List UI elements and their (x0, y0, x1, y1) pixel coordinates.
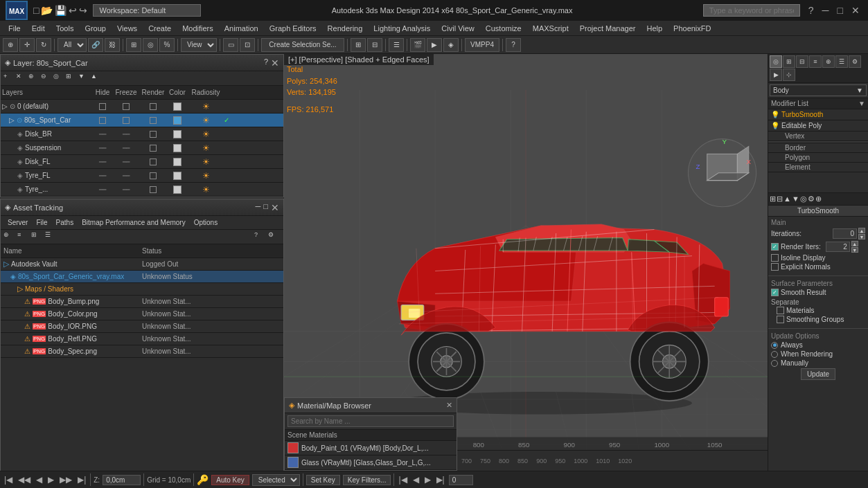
asset-row-maps[interactable]: ▷ Maps / Shaders (1, 283, 283, 296)
color-swatch-4[interactable] (173, 158, 181, 166)
mod-sub-element[interactable]: Element (768, 163, 868, 172)
pb-prev[interactable]: ◀ (411, 475, 420, 485)
iterations-input[interactable] (833, 228, 857, 239)
angle-snap[interactable]: ◎ (143, 38, 158, 52)
play-end[interactable]: ▶| (76, 475, 87, 485)
menu-file[interactable]: File (3, 23, 26, 34)
menu-rendering[interactable]: Rendering (322, 23, 369, 34)
layers-set-current[interactable]: ⊞ (66, 73, 77, 84)
layer-row-diskfl[interactable]: ◈ Disk_FL ━━ ━━ ☀ (1, 155, 283, 169)
mod-icon-6[interactable]: ⚙ (808, 195, 815, 204)
layer-radiosity-6[interactable]: ☀ (188, 185, 224, 195)
layer-freeze-6[interactable]: ━━ (113, 186, 139, 193)
asset-menu-paths[interactable]: Paths (52, 218, 78, 227)
mod-tool-9[interactable]: ⊹ (783, 69, 795, 81)
layers-panel-header[interactable]: ◈ Layer: 80s_Sport_Car ? ✕ (1, 55, 283, 71)
render-iters-input[interactable] (826, 242, 850, 252)
layer-render-3[interactable] (139, 145, 167, 152)
asset-tool-2[interactable]: ≡ (17, 231, 30, 242)
layer-freeze-4[interactable]: ━━ (113, 159, 139, 165)
menu-civil[interactable]: Civil View (436, 23, 479, 34)
layers-expand[interactable]: ▼ (78, 73, 89, 84)
material-search-input[interactable] (287, 415, 454, 427)
menu-create[interactable]: Create (143, 23, 177, 34)
pb-next[interactable]: ▶| (435, 475, 446, 485)
redo-icon[interactable]: ↪ (79, 5, 87, 16)
render-setup[interactable]: 🎬 (410, 38, 425, 52)
asset-row-body-bump[interactable]: ⚠ PNG Body_Bump.png Unknown Stat... (1, 296, 283, 308)
layer-freeze-5[interactable]: ━━ (113, 172, 139, 179)
layer-color-5[interactable] (167, 172, 188, 180)
mod-icon-7[interactable]: ⊕ (815, 195, 822, 204)
material-item-body-paint[interactable]: Body_Paint_01 (VRayMtl) [Body,Dor_L,... (285, 441, 457, 455)
hide-check-1[interactable] (99, 117, 106, 124)
mod-icon-4[interactable]: ▼ (792, 195, 799, 204)
align-tool[interactable]: ⊟ (367, 38, 382, 52)
render-check-0[interactable] (150, 103, 157, 110)
layer-render-6[interactable] (139, 186, 167, 193)
layer-manager[interactable]: ☰ (389, 38, 404, 52)
help-icon[interactable]: ? (806, 5, 817, 16)
render-check-1[interactable] (150, 117, 157, 124)
snap-toggle[interactable]: ⊞ (126, 38, 141, 52)
render-check-4[interactable] (150, 159, 157, 165)
layers-remove-sel[interactable]: ⊖ (41, 73, 52, 84)
layers-help-btn[interactable]: ? (264, 57, 268, 69)
layer-render-0[interactable] (139, 103, 167, 110)
modifier-header-dropdown[interactable]: Body ▼ (770, 84, 867, 96)
asset-panel-header[interactable]: ◈ Asset Tracking ─ □ ✕ (1, 199, 283, 216)
materials-check[interactable] (777, 307, 784, 314)
timeline-ruler[interactable]: 700 750 800 850 900 950 1000 1010 1020 (457, 451, 768, 471)
auto-key-btn[interactable]: Auto Key (211, 475, 249, 485)
layer-hide-6[interactable]: ━━ (92, 186, 113, 193)
layer-color-2[interactable] (167, 130, 188, 138)
play-start[interactable]: |◀ (3, 475, 14, 485)
layers-new[interactable]: + (3, 73, 15, 84)
play-next[interactable]: ▶▶ (58, 475, 73, 485)
asset-close-btn[interactable]: ✕ (271, 202, 279, 213)
menu-phoenixfd[interactable]: PhoenixFD (668, 23, 716, 34)
window-cross[interactable]: ⊡ (240, 38, 255, 52)
mod-tool-8[interactable]: ▶ (770, 69, 782, 81)
layer-row-tyre-more[interactable]: ◈ Tyre_... ━━ ━━ ☀ (1, 183, 283, 197)
play-back[interactable]: ◀ (35, 475, 44, 485)
color-swatch-3[interactable] (173, 144, 181, 152)
mod-icon-3[interactable]: ▲ (783, 195, 791, 204)
asset-max-btn[interactable]: □ (263, 202, 268, 213)
asset-tool-1[interactable]: ⊕ (3, 231, 16, 242)
mod-icon-1[interactable]: ⊞ (770, 195, 776, 204)
mod-item-turbosmooth[interactable]: 💡 TurboSmooth (768, 109, 868, 120)
menu-views[interactable]: Views (112, 23, 143, 34)
play-prev[interactable]: ◀◀ (17, 475, 32, 485)
mod-icon-5[interactable]: ◎ (800, 195, 807, 204)
mod-tool-3[interactable]: ⊟ (796, 55, 808, 68)
layer-radiosity-3[interactable]: ☀ (188, 143, 224, 153)
mod-tool-5[interactable]: ⊕ (822, 55, 835, 68)
render-iters-down[interactable]: ▼ (851, 247, 858, 253)
menu-modifiers[interactable]: Modifiers (177, 23, 219, 34)
layer-render-2[interactable] (139, 131, 167, 138)
render-check-3[interactable] (150, 145, 157, 152)
color-swatch-1[interactable] (173, 116, 181, 125)
mod-tool-6[interactable]: ☰ (835, 55, 848, 68)
layer-render-1[interactable] (139, 117, 167, 124)
pb-play[interactable]: ▶ (423, 475, 432, 485)
layer-radiosity-0[interactable]: ☀ (188, 102, 224, 111)
percent-snap[interactable]: % (159, 38, 175, 52)
explicit-normals-check[interactable] (771, 263, 779, 271)
z-coord-input[interactable] (103, 475, 141, 485)
layer-row-sportcar[interactable]: ▷ ⊙ 80s_Sport_Car ☀ ✓ (1, 114, 283, 127)
layer-expand-0[interactable]: ▷ (2, 102, 8, 110)
color-swatch-0[interactable] (173, 102, 181, 111)
layer-radiosity-5[interactable]: ☀ (188, 171, 224, 181)
layer-row-default[interactable]: ▷ ⊙ 0 (default) ☀ (1, 100, 283, 114)
layer-freeze-0[interactable] (113, 103, 139, 110)
rotate-tool[interactable]: ↻ (36, 38, 51, 52)
vmpp4[interactable]: VMPP4 (465, 38, 499, 52)
mod-sub-border[interactable]: Border (768, 143, 868, 153)
layer-color-6[interactable] (167, 186, 188, 194)
smooth-result-check[interactable]: ✓ (771, 289, 779, 296)
workspace-input[interactable] (93, 4, 201, 17)
asset-row-body-ior[interactable]: ⚠ PNG Body_IOR.PNG Unknown Stat... (1, 320, 283, 333)
asset-help[interactable]: ? (254, 231, 267, 242)
